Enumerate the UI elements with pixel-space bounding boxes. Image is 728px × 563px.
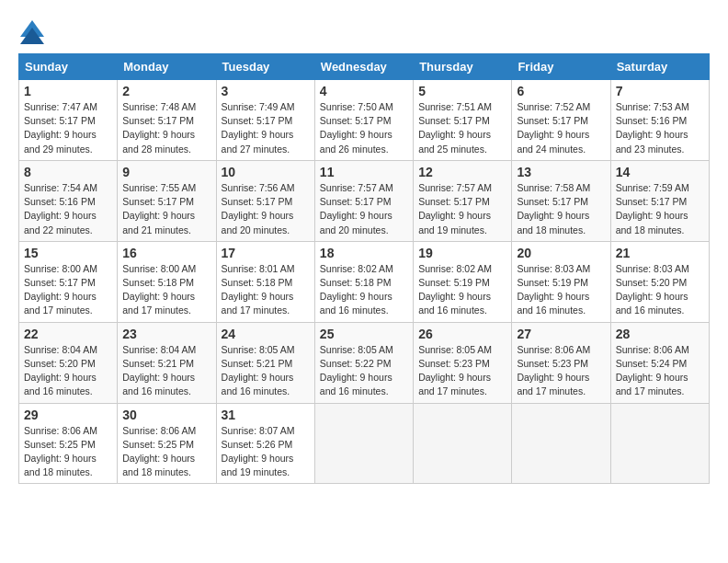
day-number: 21 [616,246,704,260]
day-number: 24 [222,327,310,341]
day-info: Sunrise: 7:53 AMSunset: 5:16 PMDaylight:… [616,100,704,156]
day-cell-21: 21Sunrise: 8:03 AMSunset: 5:20 PMDayligh… [610,241,709,322]
day-info: Sunrise: 8:05 AMSunset: 5:23 PMDaylight:… [418,343,506,399]
day-info: Sunrise: 7:54 AMSunset: 5:16 PMDaylight:… [24,181,112,237]
day-info: Sunrise: 8:07 AMSunset: 5:26 PMDaylight:… [222,424,310,480]
day-info: Sunrise: 7:47 AMSunset: 5:17 PMDaylight:… [24,100,112,156]
day-cell-15: 15Sunrise: 8:00 AMSunset: 5:17 PMDayligh… [19,241,118,322]
day-number: 13 [517,165,605,179]
day-info: Sunrise: 7:57 AMSunset: 5:17 PMDaylight:… [418,181,506,237]
day-number: 30 [122,408,210,422]
day-number: 31 [222,408,310,422]
day-number: 1 [24,84,112,98]
day-info: Sunrise: 7:49 AMSunset: 5:17 PMDaylight:… [222,100,310,156]
empty-cell [314,403,413,484]
day-number: 22 [24,327,112,341]
day-cell-4: 4Sunrise: 7:50 AMSunset: 5:17 PMDaylight… [314,80,413,161]
empty-cell [512,403,610,484]
day-cell-30: 30Sunrise: 8:06 AMSunset: 5:25 PMDayligh… [118,403,216,484]
day-info: Sunrise: 8:05 AMSunset: 5:21 PMDaylight:… [222,343,310,399]
day-cell-14: 14Sunrise: 7:59 AMSunset: 5:17 PMDayligh… [610,160,709,241]
day-number: 17 [222,246,310,260]
day-number: 11 [320,165,408,179]
day-cell-23: 23Sunrise: 8:04 AMSunset: 5:21 PMDayligh… [118,322,216,403]
header-wednesday: Wednesday [314,54,413,80]
day-cell-24: 24Sunrise: 8:05 AMSunset: 5:21 PMDayligh… [216,322,314,403]
day-cell-3: 3Sunrise: 7:49 AMSunset: 5:17 PMDaylight… [216,80,314,161]
calendar-header: SundayMondayTuesdayWednesdayThursdayFrid… [19,54,710,80]
day-number: 7 [616,84,704,98]
page-header [18,18,710,44]
day-number: 29 [24,408,112,422]
header-thursday: Thursday [414,54,512,80]
day-cell-28: 28Sunrise: 8:06 AMSunset: 5:24 PMDayligh… [610,322,709,403]
day-number: 16 [122,246,210,260]
day-cell-6: 6Sunrise: 7:52 AMSunset: 5:17 PMDaylight… [512,80,610,161]
day-cell-18: 18Sunrise: 8:02 AMSunset: 5:18 PMDayligh… [314,241,413,322]
day-info: Sunrise: 8:05 AMSunset: 5:22 PMDaylight:… [320,343,408,399]
empty-cell [610,403,709,484]
day-cell-26: 26Sunrise: 8:05 AMSunset: 5:23 PMDayligh… [414,322,512,403]
day-cell-8: 8Sunrise: 7:54 AMSunset: 5:16 PMDaylight… [19,160,118,241]
day-cell-2: 2Sunrise: 7:48 AMSunset: 5:17 PMDaylight… [118,80,216,161]
week-row-2: 8Sunrise: 7:54 AMSunset: 5:16 PMDaylight… [19,160,710,241]
day-cell-31: 31Sunrise: 8:07 AMSunset: 5:26 PMDayligh… [216,403,314,484]
day-info: Sunrise: 7:58 AMSunset: 5:17 PMDaylight:… [517,181,605,237]
header-tuesday: Tuesday [216,54,314,80]
day-cell-25: 25Sunrise: 8:05 AMSunset: 5:22 PMDayligh… [314,322,413,403]
day-number: 12 [418,165,506,179]
day-info: Sunrise: 8:00 AMSunset: 5:18 PMDaylight:… [122,262,210,318]
day-info: Sunrise: 8:06 AMSunset: 5:24 PMDaylight:… [616,343,704,399]
day-cell-7: 7Sunrise: 7:53 AMSunset: 5:16 PMDaylight… [610,80,709,161]
day-number: 18 [320,246,408,260]
calendar-table: SundayMondayTuesdayWednesdayThursdayFrid… [18,53,710,484]
day-cell-20: 20Sunrise: 8:03 AMSunset: 5:19 PMDayligh… [512,241,610,322]
day-info: Sunrise: 8:06 AMSunset: 5:25 PMDaylight:… [122,424,210,480]
day-number: 28 [616,327,704,341]
day-number: 6 [517,84,605,98]
week-row-5: 29Sunrise: 8:06 AMSunset: 5:25 PMDayligh… [19,403,710,484]
day-number: 23 [122,327,210,341]
day-number: 14 [616,165,704,179]
day-number: 10 [222,165,310,179]
day-number: 27 [517,327,605,341]
day-cell-19: 19Sunrise: 8:02 AMSunset: 5:19 PMDayligh… [414,241,512,322]
day-cell-9: 9Sunrise: 7:55 AMSunset: 5:17 PMDaylight… [118,160,216,241]
logo [18,18,48,44]
day-info: Sunrise: 7:57 AMSunset: 5:17 PMDaylight:… [320,181,408,237]
day-number: 25 [320,327,408,341]
day-info: Sunrise: 7:50 AMSunset: 5:17 PMDaylight:… [320,100,408,156]
day-info: Sunrise: 8:06 AMSunset: 5:23 PMDaylight:… [517,343,605,399]
day-info: Sunrise: 8:03 AMSunset: 5:19 PMDaylight:… [517,262,605,318]
header-monday: Monday [118,54,216,80]
day-cell-17: 17Sunrise: 8:01 AMSunset: 5:18 PMDayligh… [216,241,314,322]
day-number: 9 [122,165,210,179]
header-saturday: Saturday [610,54,709,80]
day-number: 26 [418,327,506,341]
day-cell-13: 13Sunrise: 7:58 AMSunset: 5:17 PMDayligh… [512,160,610,241]
day-cell-5: 5Sunrise: 7:51 AMSunset: 5:17 PMDaylight… [414,80,512,161]
day-info: Sunrise: 8:03 AMSunset: 5:20 PMDaylight:… [616,262,704,318]
day-cell-16: 16Sunrise: 8:00 AMSunset: 5:18 PMDayligh… [118,241,216,322]
day-cell-11: 11Sunrise: 7:57 AMSunset: 5:17 PMDayligh… [314,160,413,241]
week-row-4: 22Sunrise: 8:04 AMSunset: 5:20 PMDayligh… [19,322,710,403]
day-info: Sunrise: 7:48 AMSunset: 5:17 PMDaylight:… [122,100,210,156]
day-number: 5 [418,84,506,98]
header-friday: Friday [512,54,610,80]
week-row-1: 1Sunrise: 7:47 AMSunset: 5:17 PMDaylight… [19,80,710,161]
day-cell-10: 10Sunrise: 7:56 AMSunset: 5:17 PMDayligh… [216,160,314,241]
day-number: 8 [24,165,112,179]
day-info: Sunrise: 7:56 AMSunset: 5:17 PMDaylight:… [222,181,310,237]
day-info: Sunrise: 7:52 AMSunset: 5:17 PMDaylight:… [517,100,605,156]
day-cell-29: 29Sunrise: 8:06 AMSunset: 5:25 PMDayligh… [19,403,118,484]
day-cell-12: 12Sunrise: 7:57 AMSunset: 5:17 PMDayligh… [414,160,512,241]
day-cell-1: 1Sunrise: 7:47 AMSunset: 5:17 PMDaylight… [19,80,118,161]
day-number: 2 [122,84,210,98]
day-number: 4 [320,84,408,98]
empty-cell [414,403,512,484]
day-info: Sunrise: 7:51 AMSunset: 5:17 PMDaylight:… [418,100,506,156]
day-info: Sunrise: 8:02 AMSunset: 5:18 PMDaylight:… [320,262,408,318]
logo-icon [18,18,44,44]
day-info: Sunrise: 7:55 AMSunset: 5:17 PMDaylight:… [122,181,210,237]
day-info: Sunrise: 8:02 AMSunset: 5:19 PMDaylight:… [418,262,506,318]
